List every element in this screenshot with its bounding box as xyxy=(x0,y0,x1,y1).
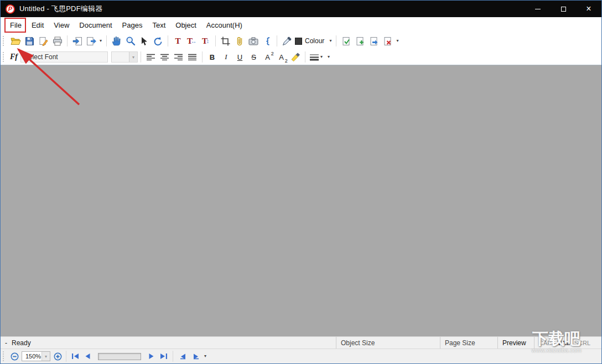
toolbar-grip[interactable] xyxy=(3,52,6,62)
next-page-button[interactable] xyxy=(146,350,158,363)
object-size-panel: Object Size xyxy=(336,337,440,349)
superscript-button[interactable]: A 2 xyxy=(261,50,274,64)
open-folder-icon xyxy=(11,37,21,45)
menu-edit[interactable]: Edit xyxy=(27,18,49,32)
page-add-button[interactable] xyxy=(353,34,367,48)
strikethrough-button[interactable]: S xyxy=(247,50,261,64)
preview-panel[interactable]: Preview xyxy=(497,337,534,349)
menu-bar: File Edit View Document Pages Text Objec… xyxy=(1,17,601,33)
menu-document[interactable]: Document xyxy=(74,18,117,32)
next-page-icon xyxy=(148,353,155,360)
menu-view[interactable]: View xyxy=(49,18,74,32)
edit-text-button[interactable]: T ↔ xyxy=(185,34,199,48)
font-name-combo[interactable]: Select Font xyxy=(20,51,108,63)
menu-file[interactable]: File xyxy=(5,18,27,32)
zoom-level-combo[interactable]: 150% ▾ xyxy=(22,351,50,361)
toolbar-grip[interactable] xyxy=(3,351,6,361)
toolbar-separator xyxy=(202,51,203,63)
open-file-button[interactable] xyxy=(9,34,23,48)
align-right-icon xyxy=(174,54,183,61)
italic-button[interactable]: I xyxy=(219,50,233,64)
select-tool-button[interactable] xyxy=(137,34,151,48)
subscript-button[interactable]: A 2 xyxy=(274,50,288,64)
zoom-in-icon xyxy=(54,352,62,361)
hand-tool-button[interactable] xyxy=(110,34,123,48)
previous-view-button[interactable] xyxy=(176,350,189,363)
next-view-button[interactable] xyxy=(189,350,203,363)
previous-page-button[interactable] xyxy=(81,350,94,363)
first-page-icon xyxy=(71,353,79,360)
import-page-button[interactable] xyxy=(70,34,84,48)
colour-picker-button[interactable]: Colour xyxy=(294,34,328,48)
align-left-icon xyxy=(147,54,155,61)
menu-object[interactable]: Object xyxy=(170,18,201,32)
toolbar-grip[interactable] xyxy=(3,36,6,46)
caps-lock-indicator: CAP xyxy=(539,340,552,346)
font-name-value: Select Font xyxy=(24,53,58,61)
page-extract-button[interactable] xyxy=(367,34,381,48)
last-page-button[interactable] xyxy=(158,350,170,363)
maximize-button[interactable] xyxy=(551,1,576,17)
menu-account[interactable]: Account(H) xyxy=(201,18,247,32)
zoom-in-button[interactable] xyxy=(52,350,63,363)
font-icon: Ff xyxy=(10,53,18,61)
page-slider[interactable] xyxy=(98,353,141,360)
export-page-button[interactable] xyxy=(84,34,98,48)
toolbar-separator xyxy=(168,35,168,46)
attach-tool-button[interactable] xyxy=(232,34,246,48)
zoom-caret-icon[interactable]: ▾ xyxy=(41,352,50,361)
align-justify-button[interactable] xyxy=(185,50,199,64)
page-delete-button[interactable] xyxy=(381,34,395,48)
close-button[interactable]: × xyxy=(576,1,601,17)
pages-dropdown-caret-icon[interactable]: ▾ xyxy=(395,39,400,43)
page-check-button[interactable] xyxy=(339,34,353,48)
italic-icon: I xyxy=(225,53,227,61)
previous-page-icon xyxy=(84,353,91,360)
page-size-label: Page Size xyxy=(445,339,475,347)
status-bar: - Ready Object Size Page Size Preview CA… xyxy=(1,336,601,349)
toolbar-separator xyxy=(173,351,173,362)
colour-dropdown-caret-icon[interactable]: ▾ xyxy=(328,39,333,43)
align-center-button[interactable] xyxy=(158,50,172,64)
save-as-button[interactable] xyxy=(37,34,50,48)
add-text-button[interactable]: T xyxy=(171,34,185,48)
menu-pages[interactable]: Pages xyxy=(117,18,148,32)
eyedropper-tool-button[interactable] xyxy=(280,34,294,48)
previous-view-icon xyxy=(179,353,186,360)
underline-icon: U xyxy=(237,53,242,61)
curve-tool-button[interactable] xyxy=(260,34,274,48)
rotate-icon xyxy=(153,37,163,46)
export-dropdown-caret-icon[interactable]: ▾ xyxy=(98,39,103,43)
maximize-icon xyxy=(561,7,566,12)
font-size-caret-icon[interactable]: ▾ xyxy=(129,52,137,62)
underline-button[interactable]: U xyxy=(233,50,247,64)
line-style-caret-icon[interactable]: ▾ xyxy=(319,55,324,59)
highlighter-icon xyxy=(290,53,300,61)
rotate-tool-button[interactable] xyxy=(151,34,165,48)
format-overflow-caret-icon[interactable]: ▾ xyxy=(326,55,331,59)
zoom-out-button[interactable] xyxy=(9,350,20,363)
highlight-button[interactable] xyxy=(288,50,302,64)
zoom-level-value: 150% xyxy=(25,353,41,360)
first-page-button[interactable] xyxy=(69,350,81,363)
align-left-button[interactable] xyxy=(144,50,158,64)
bold-button[interactable]: B xyxy=(205,50,219,64)
snapshot-tool-button[interactable] xyxy=(246,34,260,48)
print-button[interactable] xyxy=(50,34,64,48)
keyboard-locks-panel: CAP NUM SCRL xyxy=(534,337,601,349)
menu-text[interactable]: Text xyxy=(147,18,170,32)
subscript-mark: 2 xyxy=(285,58,288,64)
scroll-lock-indicator: SCRL xyxy=(574,340,590,346)
toolbar-separator xyxy=(141,51,141,63)
navigation-overflow-caret-icon[interactable]: ▾ xyxy=(203,354,208,358)
line-style-button[interactable]: ▾ xyxy=(308,50,326,64)
zoom-tool-button[interactable] xyxy=(123,34,137,48)
vertical-text-button[interactable]: T ↕ xyxy=(199,34,212,48)
crop-tool-button[interactable] xyxy=(219,34,232,48)
align-right-button[interactable] xyxy=(172,50,185,64)
font-size-combo[interactable]: ▾ xyxy=(111,51,138,63)
magnifier-icon xyxy=(126,36,136,46)
save-button[interactable] xyxy=(23,34,37,48)
toolbar-separator xyxy=(67,35,68,46)
minimize-button[interactable] xyxy=(525,1,551,17)
